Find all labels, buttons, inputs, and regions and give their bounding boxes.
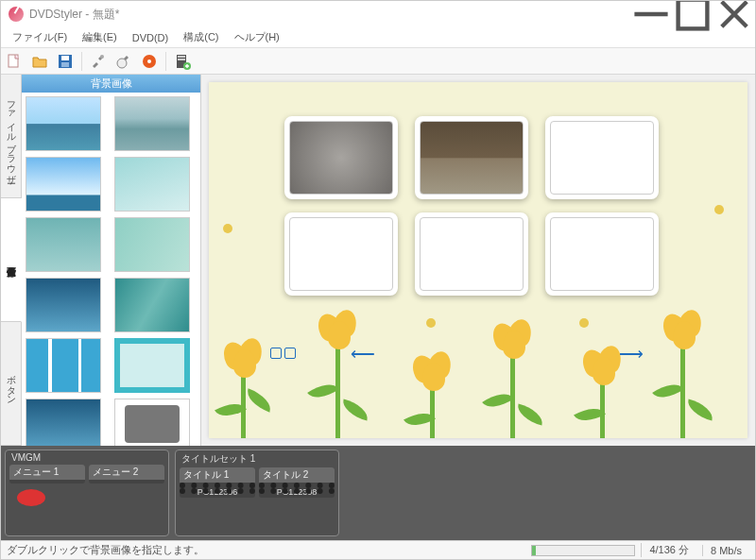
timeline-group-label: VMGM [8, 452, 166, 463]
statusbar: ダブルクリックで背景画像を指定します。 4/136 分 8 Mb/s [1, 540, 755, 559]
window-title: DVDStyler - 無題* [29, 7, 630, 23]
prev-arrow-icon[interactable]: ⟵ [351, 344, 375, 365]
bg-thumb[interactable] [26, 278, 101, 332]
status-hint: ダブルクリックで背景画像を指定します。 [7, 543, 204, 557]
bg-thumb[interactable] [114, 157, 190, 212]
titlebar: DVDStyler - 無題* [1, 1, 755, 27]
menu-edit[interactable]: 編集(E) [75, 27, 125, 47]
bitrate-text: 8 Mb/s [702, 545, 749, 556]
timeline-item-filename: PC112306 [180, 486, 255, 498]
menu-help[interactable]: ヘルプ(H) [227, 27, 287, 47]
menu-canvas[interactable]: ⟵ ⟶ [209, 82, 747, 438]
bg-thumb[interactable] [26, 96, 101, 151]
svg-rect-11 [178, 59, 185, 60]
timeline-title-item[interactable]: タイトル 1 PC112306 [180, 467, 255, 498]
disc-usage-progress [531, 545, 635, 556]
tab-backgrounds[interactable]: 背景画像 [1, 198, 22, 322]
minimize-button[interactable] [630, 1, 672, 27]
side-tabs: ファイルブラウザー 背景画像 ボタン [1, 75, 22, 446]
disc-settings-button[interactable] [112, 50, 135, 73]
svg-rect-0 [679, 0, 708, 28]
canvas-area: ⟵ ⟶ [201, 75, 755, 446]
timeline-item-label: タイトル 2 [259, 467, 335, 483]
timeline-item-label: メニュー 1 [9, 465, 85, 480]
content-area: ファイルブラウザー 背景画像 ボタン 背景画像 [1, 75, 755, 446]
menu-slot[interactable] [415, 212, 528, 296]
bg-thumb[interactable] [26, 399, 101, 446]
timeline-title-item[interactable]: タイトル 2 PC112308 [259, 467, 335, 498]
timeline-group-label: タイトルセット 1 [178, 452, 336, 466]
menu-slot[interactable] [415, 116, 528, 199]
burn-button[interactable] [138, 50, 161, 73]
timeline-item-label: メニュー 2 [89, 465, 164, 480]
bg-thumb[interactable] [114, 278, 190, 332]
menu-config[interactable]: 構成(C) [176, 27, 226, 47]
open-button[interactable] [28, 50, 51, 73]
save-button[interactable] [54, 50, 77, 73]
menu-file[interactable]: ファイル(F) [5, 27, 75, 47]
menu-slot[interactable] [284, 116, 398, 199]
addfile-button[interactable] [171, 50, 194, 73]
bg-thumb[interactable] [26, 338, 101, 393]
menu-slot[interactable] [284, 212, 398, 296]
bg-thumb[interactable] [26, 157, 101, 212]
timeline-item-label: タイトル 1 [180, 467, 255, 483]
bg-thumb[interactable] [114, 217, 190, 272]
page-indicator[interactable] [270, 348, 296, 359]
tab-buttons[interactable]: ボタン [1, 322, 22, 446]
svg-point-5 [100, 55, 104, 59]
bg-thumb[interactable] [114, 338, 190, 393]
timeline-item-filename: PC112308 [259, 486, 335, 498]
menu-dvd[interactable]: DVD(D) [125, 29, 177, 46]
timeline[interactable]: VMGM メニュー 1 メニュー 2 タイトルセット 1 タイトル 1 PC11… [1, 446, 755, 540]
svg-rect-10 [178, 56, 185, 58]
close-button[interactable] [713, 1, 755, 27]
tab-filebrowser[interactable]: ファイルブラウザー [1, 75, 22, 198]
svg-rect-4 [61, 62, 69, 67]
background-thumb-list[interactable] [22, 93, 200, 446]
timeline-menu-item[interactable]: メニュー 1 [9, 465, 85, 484]
timeline-vmgm-group: VMGM メニュー 1 メニュー 2 [5, 450, 169, 536]
menu-slot[interactable] [545, 212, 659, 296]
maximize-button[interactable] [672, 1, 713, 27]
svg-point-8 [147, 59, 151, 63]
bg-thumb[interactable] [114, 399, 190, 446]
next-arrow-icon[interactable]: ⟶ [619, 344, 644, 365]
menubar: ファイル(F) 編集(E) DVD(D) 構成(C) ヘルプ(H) [1, 27, 755, 48]
bg-thumb[interactable] [114, 96, 190, 151]
timeline-titleset-group: タイトルセット 1 タイトル 1 PC112306 タイトル 2 PC11230… [175, 450, 339, 536]
new-button[interactable] [3, 50, 26, 73]
background-panel-header: 背景画像 [22, 75, 200, 93]
background-panel: 背景画像 [22, 75, 201, 446]
disc-usage-text: 4/136 分 [641, 543, 696, 557]
timeline-menu-item[interactable]: メニュー 2 [89, 465, 164, 484]
bg-thumb[interactable] [26, 217, 101, 272]
app-icon [9, 7, 24, 22]
svg-rect-3 [61, 56, 69, 60]
menu-slot[interactable] [545, 116, 659, 199]
toolbar [1, 48, 755, 75]
settings-button[interactable] [87, 50, 110, 73]
menu-slot-grid [284, 116, 659, 296]
